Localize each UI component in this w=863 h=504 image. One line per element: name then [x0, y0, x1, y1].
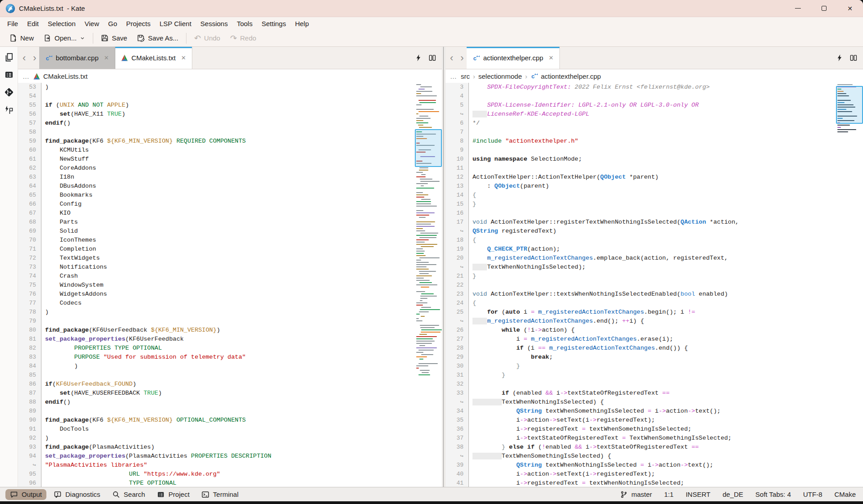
code-line[interactable]: 69 Solid: [18, 227, 442, 236]
breadcrumb-overflow[interactable]: …: [450, 72, 457, 80]
history-forward-icon[interactable]: ›: [460, 53, 463, 63]
maximize-button[interactable]: [811, 0, 837, 17]
code-line[interactable]: 21}: [445, 272, 863, 281]
breadcrumb-item[interactable]: actiontexthelper.cpp: [541, 72, 601, 80]
code-line[interactable]: 5 SPDX-License-Identifier: LGPL-2.1-only…: [445, 101, 863, 110]
code-line[interactable]: 25 for (auto i = m_registeredActionTextC…: [445, 308, 863, 317]
menu-selection[interactable]: Selection: [43, 20, 80, 27]
code-line[interactable]: 65 Bookmarks: [18, 191, 442, 200]
code-line[interactable]: 70 IconThemes: [18, 236, 442, 245]
code-line[interactable]: 37 i->textStateOfRegisteredText = TextWh…: [445, 434, 863, 443]
code-line[interactable]: 80find_package(KF6UserFeedback ${KF6_MIN…: [18, 326, 442, 335]
code-line[interactable]: 64 DBusAddons: [18, 182, 442, 191]
minimize-button[interactable]: [785, 0, 811, 17]
breadcrumb-item[interactable]: src: [461, 72, 470, 80]
statusbar-de-de[interactable]: de_DE: [722, 490, 743, 498]
code-line[interactable]: 28 if (i == m_registeredActionTextChange…: [445, 344, 863, 353]
code-line[interactable]: 9: [445, 146, 863, 155]
menu-tools[interactable]: Tools: [232, 20, 257, 27]
code-line[interactable]: 73 Notifications: [18, 263, 442, 272]
tab-actiontexthelper.cpp[interactable]: c++actiontexthelper.cpp✕: [467, 47, 560, 69]
code-line[interactable]: ↪"PlasmaActivities libraries": [18, 461, 442, 470]
minimap-left[interactable]: [416, 84, 441, 377]
code-line[interactable]: 86if(KF6UserFeedback_FOUND): [18, 380, 442, 389]
code-line[interactable]: 93find_package(PlasmaActivities): [18, 443, 442, 452]
code-line[interactable]: 76 WidgetsAddons: [18, 290, 442, 299]
code-line[interactable]: 8#include "actiontexthelper.h": [445, 137, 863, 146]
code-line[interactable]: 84 ): [18, 362, 442, 371]
code-line[interactable]: 41 i->registeredText = textWhenNothingIs…: [445, 479, 863, 487]
documents-icon[interactable]: [4, 52, 14, 62]
code-editor-right[interactable]: 3 SPDX-FileCopyrightText: 2022 Felix Ern…: [445, 83, 863, 487]
code-line[interactable]: 83 PURPOSE "Used for submission of telem…: [18, 353, 442, 362]
code-line[interactable]: 23void ActionTextHelper::textsWhenNothin…: [445, 290, 863, 299]
code-line[interactable]: 90find_package(KF6 ${KF6_MIN_VERSION} OP…: [18, 416, 442, 425]
statusbar-diagnostics-button[interactable]: Diagnostics: [49, 489, 105, 500]
code-line[interactable]: 94set_package_properties(PlasmaActivitie…: [18, 452, 442, 461]
history-back-icon[interactable]: ‹: [450, 53, 453, 63]
statusbar-output-button[interactable]: Output: [5, 489, 46, 500]
code-line[interactable]: 63 I18n: [18, 173, 442, 182]
code-line[interactable]: 4: [445, 92, 863, 101]
code-line[interactable]: 91 DocTools: [18, 425, 442, 434]
menu-projects[interactable]: Projects: [122, 20, 155, 27]
menu-go[interactable]: Go: [104, 20, 122, 27]
code-line[interactable]: 10using namespace SelectionMode;: [445, 155, 863, 164]
code-line[interactable]: 33 if (enabled && i->textStateOfRegister…: [445, 389, 863, 398]
code-line[interactable]: 60 KCMUtils: [18, 146, 442, 155]
code-line[interactable]: 39 QString textWhenNothingIsSelected = i…: [445, 461, 863, 470]
save-as-button[interactable]: Save As...: [132, 30, 183, 46]
code-line[interactable]: 82 PROPERTIES TYPE OPTIONAL: [18, 344, 442, 353]
code-line[interactable]: 35 i->action->setText(i->registeredText)…: [445, 416, 863, 425]
code-line[interactable]: 14{: [445, 191, 863, 200]
statusbar-terminal-button[interactable]: Terminal: [197, 489, 243, 500]
menu-view[interactable]: View: [80, 20, 104, 27]
history-back-icon[interactable]: ‹: [23, 53, 26, 63]
statusbar-search-button[interactable]: Search: [108, 489, 150, 500]
code-line[interactable]: 59find_package(KF6 ${KF6_MIN_VERSION} RE…: [18, 137, 442, 146]
code-line[interactable]: 75 WindowSystem: [18, 281, 442, 290]
code-line[interactable]: ↪ TextWhenNothingIsSelected);: [445, 263, 863, 272]
code-editor-left[interactable]: 53)5455if (UNIX AND NOT APPLE)56 set(HAV…: [18, 83, 442, 487]
code-line[interactable]: 58: [18, 128, 442, 137]
undo-button[interactable]: ↶Undo: [189, 30, 225, 46]
code-line[interactable]: 15}: [445, 200, 863, 209]
bolt-icon[interactable]: [415, 54, 421, 62]
code-line[interactable]: 24{: [445, 299, 863, 308]
code-line[interactable]: 78): [18, 308, 442, 317]
save-button[interactable]: Save: [96, 30, 132, 46]
statusbar-project-button[interactable]: Project: [152, 489, 194, 500]
code-line[interactable]: 13 : QObject(parent): [445, 182, 863, 191]
code-line[interactable]: 62 CoreAddons: [18, 164, 442, 173]
code-line[interactable]: 55if (UNIX AND NOT APPLE): [18, 101, 442, 110]
project-list-icon[interactable]: [4, 70, 14, 80]
code-line[interactable]: 87 set(HAVE_KUSERFEEDBACK TRUE): [18, 389, 442, 398]
code-line[interactable]: 11: [445, 164, 863, 173]
code-line[interactable]: 61 NewStuff: [18, 155, 442, 164]
code-line[interactable]: ↪QString registeredText): [445, 227, 863, 236]
code-line[interactable]: 40 i->action->setText(i->registeredText)…: [445, 470, 863, 479]
statusbar-cmake[interactable]: CMake: [834, 490, 856, 498]
pane-splitter[interactable]: [442, 47, 445, 487]
code-line[interactable]: 71 Completion: [18, 245, 442, 254]
code-line[interactable]: 7: [445, 128, 863, 137]
menu-edit[interactable]: Edit: [23, 20, 43, 27]
minimap-right[interactable]: [837, 84, 862, 134]
code-line[interactable]: 72 TextWidgets: [18, 254, 442, 263]
menu-lsp-client[interactable]: LSP Client: [155, 20, 196, 27]
code-line[interactable]: 57endif(): [18, 119, 442, 128]
close-button[interactable]: ✕: [837, 0, 863, 17]
code-line[interactable]: 54: [18, 92, 442, 101]
tab-close-icon[interactable]: ✕: [104, 54, 109, 61]
code-line[interactable]: 68 Parts: [18, 218, 442, 227]
menu-file[interactable]: File: [3, 20, 23, 27]
statusbar-master[interactable]: master: [620, 490, 652, 499]
code-line[interactable]: 96 TYPE OPTIONAL: [18, 479, 442, 487]
code-line[interactable]: 16: [445, 209, 863, 218]
code-line[interactable]: 85: [18, 371, 442, 380]
code-line[interactable]: 67 KIO: [18, 209, 442, 218]
code-line[interactable]: 95 URL "https://www.kde.org": [18, 470, 442, 479]
code-line[interactable]: 30 }: [445, 362, 863, 371]
tab-close-icon[interactable]: ✕: [181, 54, 186, 61]
code-line[interactable]: 34 QString textWhenSomethingIsSelected =…: [445, 407, 863, 416]
